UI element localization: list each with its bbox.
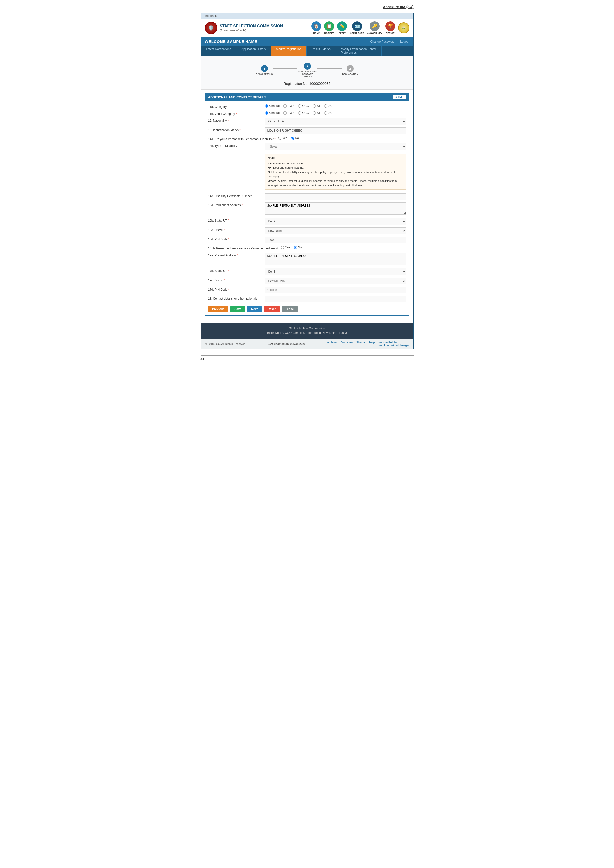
- last-updated: Last updated on 04 Mar, 2020: [268, 343, 306, 345]
- radio-no-14a[interactable]: No: [291, 136, 299, 140]
- field-14b-type-disability: 14b. Type of Disability --Select-- VH HH…: [208, 143, 406, 150]
- footer-sitemap[interactable]: Sitemap: [356, 341, 366, 347]
- textarea-present-address[interactable]: SAMPLE PRESENT ADDRESS: [265, 253, 406, 265]
- tab-application-history[interactable]: Application History: [236, 45, 271, 56]
- radio-general-11b[interactable]: General: [265, 111, 280, 115]
- page-number: 41: [201, 355, 413, 361]
- select-state-present[interactable]: Delhi Maharashtra Karnataka: [265, 268, 406, 275]
- note-vh: VH: Blindness and low vision.: [268, 161, 403, 166]
- radio-st-11a[interactable]: ST: [312, 104, 320, 108]
- disability-note: NOTE VH: Blindness and low vision. HH: D…: [265, 153, 406, 191]
- text-contact-other-nationals[interactable]: [265, 296, 406, 302]
- close-button[interactable]: Close: [281, 306, 298, 312]
- field-15a-permanent-address: 15a. Permanent Address * SAMPLE PERMANEN…: [208, 202, 406, 215]
- field-11b-verify-category: 11b. Verify Category * General EWS OBC S…: [208, 111, 406, 116]
- radio-st-11b[interactable]: ST: [312, 111, 320, 115]
- input-15c[interactable]: New Delhi Central Delhi South Delhi: [265, 227, 406, 234]
- field-17b-state-ut: 17b. State/ UT * Delhi Maharashtra Karna…: [208, 268, 406, 275]
- org-sub: (Government of India): [220, 29, 283, 32]
- footer-archives[interactable]: Archives: [327, 341, 337, 347]
- edit-button[interactable]: ✏ Edit: [393, 95, 406, 99]
- select-disability-type[interactable]: --Select-- VH HH OH Others: [265, 143, 406, 150]
- answer-key-icon: 🔑: [370, 21, 379, 31]
- nav-result[interactable]: 🏆 RESULT: [385, 21, 395, 34]
- note-others: Others: Autism, intellectual disability,…: [268, 179, 403, 188]
- note-oh: OH: Locomotor disability including cereb…: [268, 170, 403, 179]
- steps-container: 1 BASIC DETAILS 2 ADDITIONAL AND CONTACT…: [205, 60, 409, 81]
- change-password-link[interactable]: Change Password: [370, 40, 395, 43]
- select-district-permanent[interactable]: New Delhi Central Delhi South Delhi: [265, 227, 406, 234]
- textarea-permanent-address[interactable]: SAMPLE PERMANENT ADDRESS: [265, 202, 406, 215]
- step-1-label: BASIC DETAILS: [256, 73, 273, 76]
- footer-help[interactable]: Help: [369, 341, 375, 347]
- input-11a: General EWS OBC ST SC: [265, 104, 406, 108]
- note-spacer: [208, 153, 263, 153]
- field-12-nationality: 12. Nationality * Citizen India Others: [208, 118, 406, 125]
- input-17d[interactable]: [265, 287, 406, 293]
- input-15b[interactable]: Delhi Maharashtra Karnataka: [265, 218, 406, 225]
- footer-dark: Staff Selection Commission Block No-12, …: [201, 323, 413, 338]
- text-identification-marks[interactable]: [265, 127, 406, 134]
- footer-website-policies[interactable]: Website PoliciesWeb Information Manager: [378, 341, 409, 347]
- step-3: 3 DECLARATION: [342, 65, 358, 76]
- field-17d-pin-code: 17d. PIN Code *: [208, 287, 406, 293]
- nav-admit-card[interactable]: 🪪 ADMIT CARD: [350, 21, 364, 34]
- input-17a[interactable]: SAMPLE PRESENT ADDRESS: [265, 253, 406, 266]
- radio-group-11a: General EWS OBC ST SC: [265, 104, 406, 108]
- tab-modify-registration[interactable]: Modify Registration: [271, 45, 307, 56]
- nav-home[interactable]: 🏠 HOME: [311, 21, 321, 34]
- reset-button[interactable]: Reset: [264, 306, 280, 312]
- label-14b: 14b. Type of Disability: [208, 143, 263, 148]
- radio-yes-16[interactable]: Yes: [281, 246, 290, 249]
- input-17b[interactable]: Delhi Maharashtra Karnataka: [265, 268, 406, 275]
- radio-obc-11b[interactable]: OBC: [298, 111, 309, 115]
- radio-ews-11a[interactable]: EWS: [283, 104, 294, 108]
- label-14a: 14a. Are you a Person with Benchmark Dis…: [208, 136, 276, 141]
- next-button[interactable]: Next: [247, 306, 261, 312]
- feedback-bar[interactable]: Feedback: [201, 13, 413, 19]
- tab-latest-notifications[interactable]: Latest Notifications: [201, 45, 236, 56]
- label-17a: 17a. Present Address *: [208, 253, 263, 257]
- welcome-name: WELCOME SAMPLE NAME: [205, 39, 257, 43]
- field-18-contact-other-nationals: 18. Contact details for other nationals: [208, 296, 406, 302]
- input-17c[interactable]: Central Delhi New Delhi South Delhi: [265, 277, 406, 284]
- radio-ews-11b[interactable]: EWS: [283, 111, 294, 115]
- note-box: NOTE VH: Blindness and low vision. HH: D…: [265, 154, 406, 190]
- radio-sc-11b[interactable]: SC: [324, 111, 333, 115]
- select-state-permanent[interactable]: Delhi Maharashtra Karnataka: [265, 218, 406, 225]
- tab-modify-exam-center[interactable]: Modify Examination CenterPreferences: [336, 45, 382, 56]
- text-disability-cert[interactable]: [265, 194, 406, 200]
- select-district-present[interactable]: Central Delhi New Delhi South Delhi: [265, 277, 406, 284]
- nav-answer-key[interactable]: 🔑 ANSWER KEY: [367, 21, 382, 34]
- input-18[interactable]: [265, 296, 406, 302]
- label-15b: 15b. State/ UT *: [208, 218, 263, 222]
- field-17c-district: 17c. District * Central Delhi New Delhi …: [208, 277, 406, 284]
- nav-apply[interactable]: ✏️ APPLY: [337, 21, 347, 34]
- footer-light: © 2018 SSC. All Rights Reserved. Last up…: [201, 339, 413, 349]
- radio-sc-11a[interactable]: SC: [324, 104, 333, 108]
- input-15d[interactable]: [265, 237, 406, 243]
- input-16: Yes No: [281, 246, 406, 249]
- radio-yes-14a[interactable]: Yes: [278, 136, 287, 140]
- save-button[interactable]: Save: [230, 306, 245, 312]
- text-pin-code-permanent[interactable]: [265, 237, 406, 243]
- step-2-label: ADDITIONAL AND CONTACT DETAILS: [297, 70, 317, 78]
- input-13[interactable]: [265, 127, 406, 134]
- input-14c[interactable]: [265, 194, 406, 200]
- previous-button[interactable]: Previous: [208, 306, 229, 312]
- radio-obc-11a[interactable]: OBC: [298, 104, 309, 108]
- radio-no-16[interactable]: No: [294, 246, 302, 249]
- nav-home-label: HOME: [313, 32, 320, 34]
- input-14b[interactable]: --Select-- VH HH OH Others: [265, 143, 406, 150]
- text-pin-code-present[interactable]: [265, 287, 406, 293]
- input-12[interactable]: Citizen India Others: [265, 118, 406, 125]
- nav-notices[interactable]: 📋 NOTICES: [324, 21, 334, 34]
- disability-note-row: NOTE VH: Blindness and low vision. HH: D…: [208, 153, 406, 191]
- footer-disclaimer[interactable]: Disclaimer: [340, 341, 353, 347]
- radio-general-11a[interactable]: General: [265, 104, 280, 108]
- registration-number: Registration No: 10000000035: [205, 82, 409, 85]
- logout-link[interactable]: - Logout: [398, 40, 409, 43]
- tab-result-marks[interactable]: Result / Marks: [307, 45, 336, 56]
- select-nationality[interactable]: Citizen India Others: [265, 118, 406, 125]
- input-15a[interactable]: SAMPLE PERMANENT ADDRESS: [265, 202, 406, 215]
